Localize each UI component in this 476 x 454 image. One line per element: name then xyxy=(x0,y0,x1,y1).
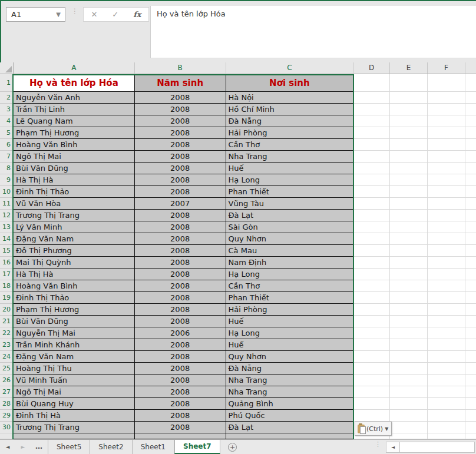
empty-cell[interactable] xyxy=(465,174,476,186)
formula-bar-input[interactable]: Họ và tên lớp Hóa xyxy=(150,6,476,58)
empty-cell[interactable] xyxy=(465,351,476,363)
cell-name[interactable]: Đinh Thị Thảo xyxy=(14,186,135,198)
cell-partial[interactable] xyxy=(135,433,226,439)
cell-place[interactable]: Đà Nẵng xyxy=(226,115,354,127)
cell-name[interactable]: Trần Thị Linh xyxy=(14,104,135,115)
row-number[interactable]: 2 xyxy=(0,92,14,104)
empty-cell[interactable] xyxy=(390,92,428,104)
empty-cell[interactable] xyxy=(353,363,390,375)
empty-cell[interactable] xyxy=(465,139,476,151)
sheet-tab-sheet1[interactable]: Sheet1 xyxy=(133,440,174,454)
cell-place[interactable]: Hạ Long xyxy=(226,327,354,339)
empty-cell[interactable] xyxy=(390,74,428,92)
cell-name[interactable]: Đinh Thị Thảo xyxy=(14,292,135,304)
horizontal-scrollbar[interactable]: ◄ xyxy=(386,442,475,453)
cell-year[interactable]: 2008 xyxy=(135,351,226,363)
cell-year[interactable]: 2008 xyxy=(135,210,226,221)
empty-cell[interactable] xyxy=(353,304,390,316)
sheet-tab-sheet2[interactable]: Sheet2 xyxy=(90,440,132,454)
row-number[interactable]: 24 xyxy=(0,351,14,363)
cell-name[interactable]: Đặng Văn Nam xyxy=(14,233,135,245)
cell-name[interactable]: Ngô Thị Mai xyxy=(14,386,135,398)
formula-bar-resize-handle[interactable]: ⋮ xyxy=(71,9,78,14)
cell-year[interactable]: 2007 xyxy=(135,198,226,210)
empty-cell[interactable] xyxy=(428,257,465,269)
empty-cell[interactable] xyxy=(465,210,476,221)
scrollbar-track[interactable] xyxy=(400,442,475,453)
cell-place[interactable]: Phan Thiết xyxy=(226,292,354,304)
empty-cell[interactable] xyxy=(353,92,390,104)
empty-cell[interactable] xyxy=(390,104,428,115)
empty-cell[interactable] xyxy=(465,280,476,292)
cell-year[interactable]: 2008 xyxy=(135,245,226,257)
empty-cell[interactable] xyxy=(465,92,476,104)
row-number[interactable]: 28 xyxy=(0,398,14,410)
empty-cell[interactable] xyxy=(465,327,476,339)
empty-cell[interactable] xyxy=(353,186,390,198)
cell-name[interactable]: Trương Thị Trang xyxy=(14,210,135,221)
cell-name[interactable]: Đinh Thị Hà xyxy=(14,410,135,422)
cancel-icon[interactable]: ✕ xyxy=(91,10,97,19)
empty-cell[interactable] xyxy=(353,115,390,127)
cell-b1-year-header[interactable]: Năm sinh xyxy=(135,74,226,92)
empty-cell[interactable] xyxy=(353,74,390,92)
sheet-tab-sheet7[interactable]: Sheet7 xyxy=(174,440,220,454)
tab-scroll-left-icon[interactable]: ◄ xyxy=(0,440,15,454)
empty-cell[interactable] xyxy=(390,292,428,304)
empty-cell[interactable] xyxy=(465,316,476,327)
empty-cell[interactable] xyxy=(428,292,465,304)
row-number[interactable]: 30 xyxy=(0,422,14,433)
row-number[interactable]: 25 xyxy=(0,363,14,375)
cell-place[interactable]: Cà Mau xyxy=(226,245,354,257)
empty-cell[interactable] xyxy=(428,422,465,433)
tab-splitter-handle[interactable]: ⋮ xyxy=(375,442,381,447)
column-header-g-partial[interactable] xyxy=(465,62,476,74)
cell-a1-name-header[interactable]: Họ và tên lớp Hóa xyxy=(14,74,135,92)
empty-cell[interactable] xyxy=(428,316,465,327)
cell-year[interactable]: 2008 xyxy=(135,92,226,104)
cell-year[interactable]: 2008 xyxy=(135,174,226,186)
cell-name[interactable]: Lê Quang Nam xyxy=(14,115,135,127)
row-number[interactable]: 4 xyxy=(0,115,14,127)
empty-cell[interactable] xyxy=(353,280,390,292)
row-number[interactable]: 23 xyxy=(0,339,14,351)
empty-cell[interactable] xyxy=(353,398,390,410)
tab-scroll-right-icon[interactable]: ► xyxy=(15,440,31,454)
row-number[interactable]: 27 xyxy=(0,386,14,398)
empty-cell[interactable] xyxy=(353,375,390,386)
empty-cell[interactable] xyxy=(390,233,428,245)
empty-cell[interactable] xyxy=(428,210,465,221)
empty-cell[interactable] xyxy=(353,245,390,257)
empty-cell[interactable] xyxy=(390,210,428,221)
cell-c1-place-header[interactable]: Nơi sinh xyxy=(226,74,354,92)
tab-overflow-ellipsis[interactable]: … xyxy=(31,440,48,454)
empty-cell[interactable] xyxy=(465,115,476,127)
empty-cell[interactable] xyxy=(428,92,465,104)
cell-place[interactable]: Huế xyxy=(226,316,354,327)
column-header-d[interactable]: D xyxy=(353,62,390,74)
empty-cell[interactable] xyxy=(428,245,465,257)
cell-name[interactable]: Lý Văn Minh xyxy=(14,221,135,233)
cell-place[interactable]: Hạ Long xyxy=(226,174,354,186)
cell-place[interactable]: Hải Phòng xyxy=(226,304,354,316)
empty-cell[interactable] xyxy=(390,163,428,174)
empty-cell[interactable] xyxy=(465,245,476,257)
empty-cell[interactable] xyxy=(428,327,465,339)
empty-cell[interactable] xyxy=(390,269,428,280)
empty-cell[interactable] xyxy=(390,245,428,257)
empty-cell[interactable] xyxy=(465,386,476,398)
empty-cell[interactable] xyxy=(428,375,465,386)
cell-year[interactable]: 2008 xyxy=(135,115,226,127)
cell-year[interactable]: 2008 xyxy=(135,339,226,351)
empty-cell[interactable] xyxy=(428,269,465,280)
row-number[interactable]: 10 xyxy=(0,186,14,198)
cell-year[interactable]: 2006 xyxy=(135,327,226,339)
empty-cell[interactable] xyxy=(353,104,390,115)
cell-year[interactable]: 2008 xyxy=(135,375,226,386)
cell-place[interactable]: Hà Nội xyxy=(226,92,354,104)
cell-partial[interactable] xyxy=(14,433,135,439)
empty-cell[interactable] xyxy=(390,410,428,422)
column-header-f[interactable]: F xyxy=(428,62,465,74)
cell-place[interactable]: Phan Thiết xyxy=(226,186,354,198)
scroll-left-icon[interactable]: ◄ xyxy=(386,442,400,453)
